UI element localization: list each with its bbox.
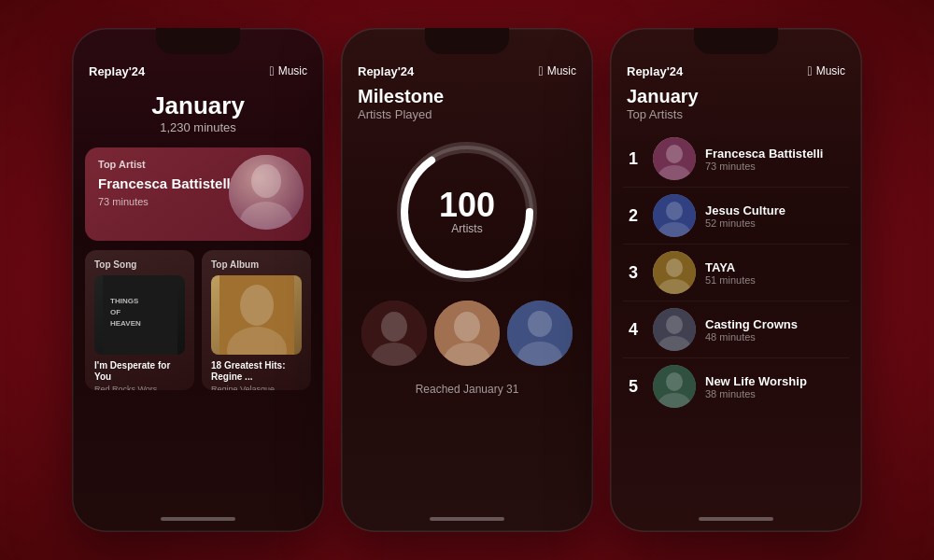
artist-row-1: 1 Francesca Battistelli 73 minutes — [623, 131, 849, 188]
svg-point-12 — [381, 312, 407, 342]
top-album-artist: Regine Velasque... — [211, 385, 302, 390]
milestone-artist-1-img — [361, 301, 427, 366]
milestone-photos — [345, 291, 589, 375]
home-indicator-3 — [699, 517, 773, 521]
svg-text:OF: OF — [110, 308, 120, 316]
phone1-minutes: 1,230 minutes — [72, 120, 324, 134]
phone2-brand: Replay'24 — [358, 64, 414, 78]
svg-point-33 — [666, 372, 683, 391]
artist-time-2: 52 minutes — [705, 217, 849, 229]
milestone-circle-sub: Artists — [439, 222, 495, 235]
phone3-service: Music — [816, 64, 845, 77]
phone2-bottom-bar — [341, 511, 593, 532]
artist-name-2: Jesus Culture — [705, 203, 849, 217]
svg-point-0 — [251, 164, 281, 198]
avatar-casting-crowns — [653, 308, 696, 351]
avatar-jesus-culture — [653, 194, 696, 237]
avatar-new-life — [653, 365, 696, 408]
artist-row-5: 5 New Life Worship 38 minutes — [623, 358, 849, 414]
top-song-label: Top Song — [94, 259, 185, 270]
phone2-apple-music:  Music — [539, 63, 576, 78]
phone1-apple-music:  Music — [270, 63, 307, 78]
avatar-francesca — [653, 137, 696, 180]
phone1-bottom-bar — [72, 511, 324, 532]
phone-3: Replay'24  Music January Top Artists 1 — [610, 28, 862, 532]
phone3-title-block: January Top Artists — [610, 86, 862, 131]
home-indicator-1 — [161, 517, 235, 521]
artist-info-3: TAYA 51 minutes — [705, 260, 849, 286]
rank-3: 3 — [623, 263, 644, 283]
milestone-artist-2-img — [434, 301, 500, 366]
song-art-svg: THINGS OF HEAVEN — [103, 275, 177, 355]
phone3-header: Replay'24  Music — [610, 28, 862, 86]
top-artist-avatar — [229, 155, 304, 230]
svg-point-21 — [666, 145, 683, 163]
artist-name-4: Casting Crowns — [705, 317, 849, 331]
rank-5: 5 — [623, 377, 644, 397]
milestone-artist-3 — [507, 301, 573, 366]
phone3-subtitle: Top Artists — [627, 107, 845, 121]
top-album-card: Top Album 18 Greatest Hits: Regine ... R… — [202, 250, 311, 390]
top-artist-card: Top Artist Francesca Battistelli 73 minu… — [85, 147, 311, 241]
avatar-taya — [653, 251, 696, 294]
phone1-title-block: January 1,230 minutes — [72, 84, 324, 138]
top-song-card: Top Song THINGS OF HEAVEN I'm Desperate … — [85, 250, 194, 390]
milestone-circle: 100 Artists — [397, 142, 537, 282]
artist-info-4: Casting Crowns 48 minutes — [705, 317, 849, 343]
milestone-reached-label: Reached January 31 — [416, 375, 519, 411]
milestone-artist-3-img — [507, 301, 573, 366]
home-indicator-2 — [430, 517, 504, 521]
rank-4: 4 — [623, 320, 644, 340]
avatar-francesca-img — [653, 137, 696, 180]
artist-row-4: 4 Casting Crowns 48 minutes — [623, 301, 849, 358]
rank-2: 2 — [623, 206, 644, 226]
phone2-service: Music — [547, 64, 576, 77]
apple-icon-1:  — [270, 63, 275, 78]
milestone-title-block: Milestone Artists Played — [341, 86, 593, 133]
top-album-art — [211, 275, 302, 355]
avatar-casting-crowns-img — [653, 308, 696, 351]
artist-time-1: 73 minutes — [705, 161, 849, 172]
avatar-new-life-img — [653, 365, 696, 408]
phone3-brand: Replay'24 — [627, 64, 683, 78]
svg-point-27 — [666, 259, 683, 277]
svg-point-18 — [528, 311, 552, 337]
artist-name-5: New Life Worship — [705, 374, 849, 388]
artist-name-3: TAYA — [705, 260, 849, 274]
avatar-taya-img — [653, 251, 696, 294]
phone3-bottom-bar — [610, 511, 862, 532]
phone2-header: Replay'24  Music — [341, 28, 593, 86]
artist-time-5: 38 minutes — [705, 388, 849, 399]
top-song-title: I'm Desperate for You — [94, 360, 185, 383]
milestone-sub: Artists Played — [358, 107, 576, 121]
svg-text:THINGS: THINGS — [110, 297, 139, 305]
rank-1: 1 — [623, 149, 644, 169]
top-artist-photo — [229, 155, 304, 230]
milestone-content: 100 Artists — [341, 133, 593, 511]
svg-point-24 — [666, 202, 683, 220]
circle-inner: 100 Artists — [439, 189, 495, 235]
phone3-month: January — [627, 86, 845, 107]
phone1-content: Top Artist Francesca Battistelli 73 minu… — [72, 138, 324, 511]
top-album-title: 18 Greatest Hits: Regine ... — [211, 360, 302, 383]
top-song-artist: Red Rocks Wors... — [94, 385, 185, 390]
artist-name-1: Francesca Battistelli — [705, 147, 849, 161]
artist-list: 1 Francesca Battistelli 73 minutes 2 — [610, 131, 862, 511]
phone-2: Replay'24  Music Milestone Artists Play… — [341, 28, 593, 532]
svg-point-15 — [454, 312, 480, 342]
artist-info-2: Jesus Culture 52 minutes — [705, 203, 849, 229]
artist-silhouette — [229, 155, 304, 230]
top-album-label: Top Album — [211, 259, 302, 270]
artist-row-2: 2 Jesus Culture 52 minutes — [623, 188, 849, 245]
phone1-month: January — [72, 91, 324, 120]
svg-point-7 — [240, 285, 274, 326]
svg-point-30 — [666, 315, 683, 334]
top-song-art: THINGS OF HEAVEN — [94, 275, 185, 355]
artist-time-3: 51 minutes — [705, 274, 849, 286]
phone3-apple-music:  Music — [808, 63, 845, 78]
bottom-cards: Top Song THINGS OF HEAVEN I'm Desperate … — [85, 250, 311, 390]
milestone-heading: Milestone — [358, 86, 576, 107]
album-art-svg — [219, 275, 294, 355]
apple-icon-2:  — [539, 63, 544, 78]
svg-text:HEAVEN: HEAVEN — [110, 319, 141, 328]
